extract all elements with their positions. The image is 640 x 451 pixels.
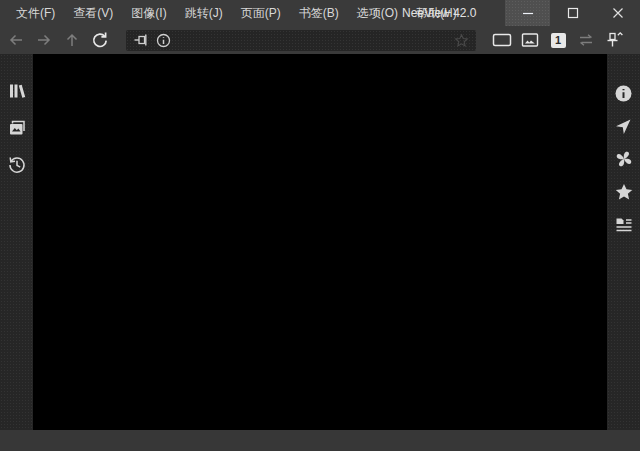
history-panel-button[interactable] (5, 154, 29, 176)
image-view-button[interactable] (516, 27, 544, 53)
forward-arrow-icon (35, 31, 53, 49)
window-title: NeeView 42.0 (402, 0, 477, 26)
bookshelf-icon (7, 81, 27, 101)
window-controls (505, 0, 640, 26)
menu-bookmark[interactable]: 书签(B) (290, 0, 348, 26)
frame-view-icon (492, 32, 512, 48)
image-canvas[interactable] (33, 54, 607, 430)
minimize-button[interactable] (505, 0, 550, 26)
nav-button-group (2, 27, 114, 53)
album-icon (7, 118, 27, 138)
titlebar: 文件(F) 查看(V) 图像(I) 跳转(J) 页面(P) 书签(B) 选项(O… (0, 0, 640, 26)
bookmark-icon (614, 182, 634, 202)
menu-options[interactable]: 选项(O) (348, 0, 407, 26)
menu-view[interactable]: 查看(V) (64, 0, 122, 26)
close-button[interactable] (595, 0, 640, 26)
effect-pinwheel-icon (614, 149, 634, 169)
back-arrow-icon (7, 31, 25, 49)
navigate-panel-button[interactable] (612, 115, 636, 137)
image-view-icon (521, 32, 539, 48)
refresh-button[interactable] (86, 27, 114, 53)
forward-button[interactable] (30, 27, 58, 53)
bookshelf-panel-button[interactable] (5, 80, 29, 102)
up-arrow-icon (63, 31, 81, 49)
right-panel-bar (607, 54, 640, 430)
menu-file[interactable]: 文件(F) (7, 0, 64, 26)
menu-page[interactable]: 页面(P) (232, 0, 290, 26)
bookmark-panel-button[interactable] (612, 181, 636, 203)
history-icon (7, 155, 27, 175)
pagelist-icon (614, 216, 634, 234)
back-button[interactable] (2, 27, 30, 53)
swap-direction-icon (577, 32, 595, 48)
view-button-group: 1 (488, 27, 628, 53)
album-panel-button[interactable] (5, 117, 29, 139)
info-panel-button[interactable] (612, 82, 636, 104)
pin-horizontal-icon[interactable] (133, 32, 149, 48)
toolbar: 1 (0, 26, 640, 54)
up-button[interactable] (58, 27, 86, 53)
refresh-icon (91, 31, 109, 49)
left-panel-bar (0, 54, 33, 430)
page-mode-button[interactable]: 1 (544, 27, 572, 53)
maximize-icon (567, 7, 579, 19)
effect-panel-button[interactable] (612, 148, 636, 170)
menu-image[interactable]: 图像(I) (122, 0, 175, 26)
navigate-icon (614, 117, 633, 136)
info-icon (614, 84, 633, 103)
minimize-icon (522, 7, 534, 19)
page-slider-bar (0, 430, 640, 451)
address-bar[interactable] (126, 30, 476, 51)
pin-menu-icon (604, 31, 624, 49)
menu-jump[interactable]: 跳转(J) (176, 0, 232, 26)
frame-view-button[interactable] (488, 27, 516, 53)
maximize-button[interactable] (550, 0, 595, 26)
page-mode-1-icon: 1 (551, 33, 566, 48)
info-circle-icon[interactable] (156, 33, 171, 48)
close-icon (612, 7, 624, 19)
swap-direction-button[interactable] (572, 27, 600, 53)
pin-menu-button[interactable] (600, 27, 628, 53)
pagelist-panel-button[interactable] (612, 214, 636, 236)
menubar: 文件(F) 查看(V) 图像(I) 跳转(J) 页面(P) 书签(B) 选项(O… (0, 0, 466, 26)
bookmark-star-icon[interactable] (454, 33, 469, 48)
